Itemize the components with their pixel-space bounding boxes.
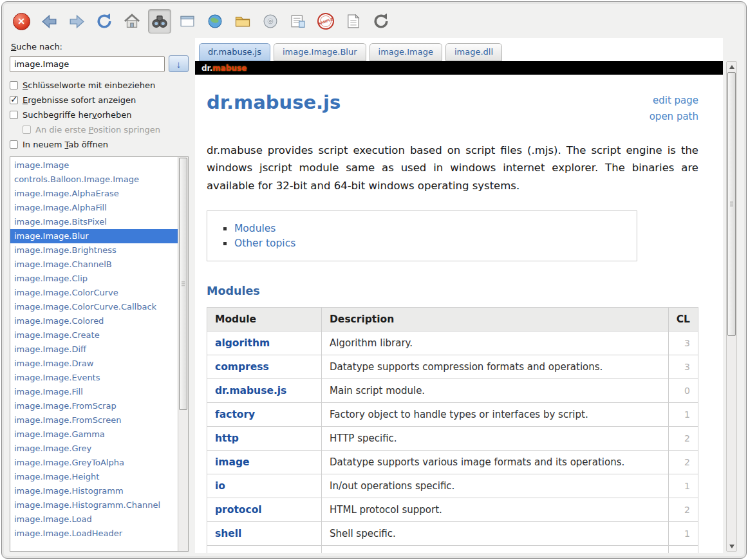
search-result-item[interactable]: image.Image.Load <box>10 512 178 527</box>
search-result-item[interactable]: image.Image.Histogramm.Channel <box>10 498 178 512</box>
module-link[interactable]: protocol <box>207 498 322 521</box>
scrollbar-grip <box>730 201 733 208</box>
close-button[interactable]: ✕ <box>10 9 33 33</box>
module-link[interactable]: dr.mabuse.js <box>207 378 322 402</box>
content-scrollbar-thumb[interactable] <box>727 72 736 336</box>
search-result-item[interactable]: image.Image.ColorCurve <box>10 286 178 300</box>
search-results-list: image.Image controls.Balloon.Image.Image… <box>10 157 178 551</box>
module-cl: 1 <box>668 402 698 426</box>
reload-icon <box>372 12 390 30</box>
table-row: shell Shell specific. 1 <box>207 521 698 545</box>
page-content: dr.mabuse.js edit page open path dr.mabu… <box>195 75 723 553</box>
search-result-item[interactable]: image.Image.LoadHeader <box>10 527 178 541</box>
option-checkbox-row[interactable]: An die erste Position springen <box>23 124 189 136</box>
document-tab[interactable]: image.Image <box>369 43 442 61</box>
search-result-item[interactable]: image.Image.Grey <box>10 442 178 456</box>
search-result-item[interactable]: image.Image.Histogramm <box>10 484 178 498</box>
option-label: Schlüsselworte mit einbeziehen <box>23 80 155 90</box>
table-row: http HTTP specific. 2 <box>207 426 698 450</box>
search-result-item[interactable]: image.Image.Blur <box>10 229 178 243</box>
search-go-button[interactable]: ↓ <box>169 55 189 72</box>
scroll-up-button[interactable] <box>727 62 736 71</box>
document-button[interactable] <box>342 9 365 33</box>
search-result-item[interactable]: image.Image.Fill <box>10 385 178 399</box>
refresh-button[interactable] <box>93 9 116 33</box>
globe-icon <box>206 12 224 30</box>
search-result-item[interactable]: image.Image.BitsPixel <box>10 215 178 229</box>
disc-button[interactable] <box>259 9 282 33</box>
toc-link[interactable]: Modules <box>234 223 630 234</box>
back-button[interactable] <box>37 9 61 33</box>
search-input[interactable] <box>10 56 165 72</box>
notes-button[interactable] <box>286 9 310 33</box>
app-window: ✕ <box>1 1 747 559</box>
content-scrollbar[interactable] <box>726 61 737 552</box>
search-result-item[interactable]: image.Image.FromScreen <box>10 413 178 427</box>
globe-button[interactable] <box>203 9 227 33</box>
search-result-item[interactable]: image.Image.Events <box>10 371 178 385</box>
results-scrollbar[interactable] <box>178 157 188 551</box>
module-link[interactable]: image <box>207 450 322 474</box>
search-options: Schlüsselworte mit einbeziehen Ergebniss… <box>10 79 189 151</box>
search-result-item[interactable]: image.Image.Colored <box>10 314 178 328</box>
search-result-item[interactable]: image.Image.GreyToAlpha <box>10 456 178 470</box>
search-result-item[interactable]: image.Image.ColorCurve.Callback <box>10 300 178 314</box>
document-tab[interactable]: image.Image.Blur <box>274 43 366 61</box>
option-checkbox-row[interactable]: Schlüsselworte mit einbeziehen <box>10 79 189 91</box>
forward-button[interactable] <box>65 9 88 33</box>
search-result-item[interactable]: image.Image.ChannelB <box>10 257 178 272</box>
search-result-item[interactable]: image.Image.Clip <box>10 272 178 286</box>
search-result-item[interactable]: image.Image.AlphaErase <box>10 187 178 201</box>
window-button[interactable] <box>176 9 199 33</box>
page-action-link[interactable]: open path <box>650 109 698 125</box>
module-link[interactable]: shellfolder <box>207 545 322 553</box>
module-link[interactable]: io <box>207 474 322 498</box>
col-module-header: Module <box>207 307 322 331</box>
module-link[interactable]: http <box>207 426 322 450</box>
toc-list: Modules Other topics <box>214 223 630 249</box>
module-description: Factory object to handle types or interf… <box>322 402 669 426</box>
checkbox-icon[interactable] <box>23 126 31 134</box>
folder-button[interactable] <box>231 9 254 33</box>
table-row: factory Factory object to handle types o… <box>207 402 698 426</box>
toc-link[interactable]: Other topics <box>234 238 630 249</box>
home-button[interactable] <box>120 9 144 33</box>
checkbox-icon[interactable] <box>10 111 18 119</box>
checkbox-icon[interactable] <box>10 140 18 149</box>
document-tab[interactable]: dr.mabuse.js <box>199 43 270 61</box>
option-checkbox-row[interactable]: In neuem Tab öffnen <box>10 138 189 151</box>
intro-paragraph: dr.mabuse provides script execution base… <box>207 142 698 195</box>
module-cl: 0 <box>668 378 698 402</box>
document-tab[interactable]: image.dll <box>445 43 502 61</box>
search-result-item[interactable]: image.Image.Draw <box>10 357 178 371</box>
option-checkbox-row[interactable]: Suchbegriffe hervorheben <box>10 109 189 121</box>
checkbox-icon[interactable] <box>10 81 18 89</box>
search-result-item[interactable]: image.Image.Diff <box>10 342 178 357</box>
option-checkbox-row[interactable]: Ergebnisse sofort anzeigen <box>10 94 189 106</box>
module-link[interactable]: shell <box>207 521 322 545</box>
module-link[interactable]: algorithm <box>207 331 322 355</box>
search-result-item[interactable]: controls.Balloon.Image.Image <box>10 173 178 187</box>
checkbox-icon[interactable] <box>10 96 18 104</box>
module-description: HTML protocol support. <box>322 498 669 521</box>
search-button[interactable] <box>148 9 171 33</box>
stamp-button[interactable]: SAMPLE <box>314 9 337 33</box>
section-title: Modules <box>207 285 698 297</box>
page-action-link[interactable]: edit page <box>650 93 698 109</box>
up-arrow-icon <box>729 65 734 69</box>
search-result-item[interactable]: image.Image.Create <box>10 328 178 342</box>
search-result-item[interactable]: image.Image.Height <box>10 470 178 484</box>
search-result-item[interactable]: image.Image.Brightness <box>10 243 178 257</box>
scroll-down-button[interactable] <box>727 541 736 551</box>
results-scrollbar-thumb[interactable] <box>179 158 187 410</box>
module-link[interactable]: compress <box>207 355 322 378</box>
close-icon: ✕ <box>13 13 30 30</box>
table-row: shellfolder Shell folder support by scri… <box>207 545 698 553</box>
reload-button[interactable] <box>369 9 393 33</box>
search-result-item[interactable]: image.Image.AlphaFill <box>10 201 178 215</box>
search-result-item[interactable]: image.Image.Gamma <box>10 427 178 442</box>
search-result-item[interactable]: image.Image <box>10 158 178 173</box>
search-result-item[interactable]: image.Image.FromScrap <box>10 399 178 413</box>
module-link[interactable]: factory <box>207 402 322 426</box>
down-arrow-icon: ↓ <box>176 59 182 70</box>
